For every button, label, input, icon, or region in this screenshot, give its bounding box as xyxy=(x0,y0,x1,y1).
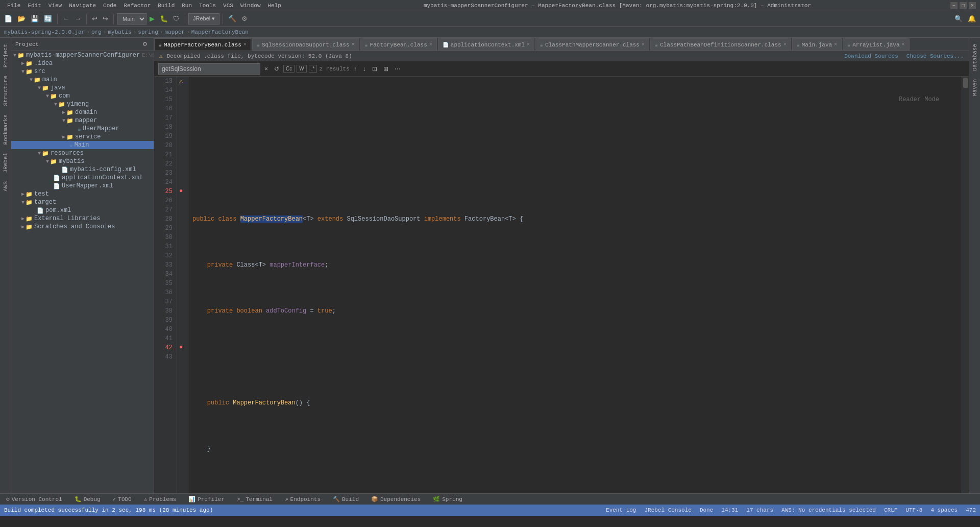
bottom-tab-spring[interactable]: 🌿 Spring xyxy=(427,494,469,505)
main-expand-arrow[interactable]: ▼ xyxy=(30,77,33,83)
run-menu[interactable]: Run xyxy=(179,3,195,9)
bottom-tab-todo[interactable]: ✓ TODO xyxy=(107,494,138,505)
status-aws[interactable]: AWS: No credentials selected xyxy=(781,507,876,513)
bottom-tab-dependencies[interactable]: 📦 Dependencies xyxy=(365,494,427,505)
breadcrumb-class[interactable]: MapperFactoryBean xyxy=(191,29,249,35)
status-jrebel[interactable]: JRebel Console xyxy=(644,507,691,513)
download-sources-link[interactable]: Download Sources xyxy=(844,53,898,59)
tab-sqlsessiondaosupport[interactable]: ☕ SqlSessionDaoSupport.class × xyxy=(252,38,359,51)
refactor-menu[interactable]: Refactor xyxy=(120,3,154,9)
vcs-menu[interactable]: VCS xyxy=(220,3,236,9)
run-button[interactable]: ▶ xyxy=(148,14,157,23)
breadcrumb-mybatis[interactable]: mybatis xyxy=(108,29,131,35)
search-close-button[interactable]: × xyxy=(262,64,270,74)
target-expand-arrow[interactable]: ▼ xyxy=(21,200,24,205)
jrebel-button[interactable]: JRebel ▾ xyxy=(188,13,219,25)
tree-service[interactable]: ▶ 📁 service xyxy=(11,133,154,141)
mybatis-folder-expand-arrow[interactable]: ▼ xyxy=(46,159,49,164)
breadcrumb-project[interactable]: mybatis-spring-2.0.0.jar xyxy=(4,29,85,35)
new-file-button[interactable]: 📄 xyxy=(2,14,14,23)
close-button[interactable]: × xyxy=(969,2,976,9)
tab-close-classpathscanner[interactable]: × xyxy=(642,42,645,47)
editor-scrollbar[interactable] xyxy=(962,77,969,493)
tab-close-sqlsession[interactable]: × xyxy=(352,42,355,47)
tab-close-appcontext[interactable]: × xyxy=(527,42,530,47)
tree-domain[interactable]: ▶ 📁 domain xyxy=(11,108,154,116)
open-button[interactable]: 📂 xyxy=(15,14,28,23)
status-charset[interactable]: UTF-8 xyxy=(905,507,922,513)
tab-close-mapperfactorybean[interactable]: × xyxy=(243,42,247,47)
bottom-tab-endpoints[interactable]: ↗ Endpoints xyxy=(279,494,327,505)
tree-target[interactable]: ▼ 📁 target xyxy=(11,198,154,206)
mapper-expand-arrow[interactable]: ▼ xyxy=(62,118,65,124)
structure-side-tab[interactable]: Structure xyxy=(1,71,10,110)
tools-menu[interactable]: Tools xyxy=(196,3,219,9)
yimeng-expand-arrow[interactable]: ▼ xyxy=(54,102,57,107)
scratches-expand-arrow[interactable]: ▶ xyxy=(21,224,24,230)
match-word-button[interactable]: W xyxy=(297,65,306,73)
bottom-tab-profiler[interactable]: 📊 Profiler xyxy=(182,494,231,505)
options-button[interactable]: ⋯ xyxy=(393,64,403,74)
regex-button[interactable]: .* xyxy=(309,65,317,73)
breadcrumb-mapper[interactable]: mapper xyxy=(165,29,185,35)
tree-external-libs[interactable]: ▶ 📁 External Libraries xyxy=(11,214,154,223)
tree-usermapper[interactable]: ☕ UserMapper xyxy=(11,125,154,133)
tab-close-arraylist[interactable]: × xyxy=(902,42,905,47)
tab-close-main-java[interactable]: × xyxy=(834,42,837,47)
tree-src[interactable]: ▼ 📁 src xyxy=(11,67,154,76)
breadcrumb-spring[interactable]: spring xyxy=(138,29,158,35)
database-side-tab[interactable]: Database xyxy=(970,40,979,75)
com-expand-arrow[interactable]: ▼ xyxy=(46,93,49,99)
tab-mapperfactorybean[interactable]: ☕ MapperFactoryBean.class × xyxy=(154,38,251,51)
sync-button[interactable]: 🔄 xyxy=(42,14,54,23)
external-libs-expand-arrow[interactable]: ▶ xyxy=(21,215,24,222)
jrebel-side-tab[interactable]: JRebel xyxy=(1,149,10,177)
tree-main-class[interactable]: ☕ Main xyxy=(11,141,154,149)
window-controls[interactable]: − □ × xyxy=(950,2,976,9)
prev-match-button[interactable]: ↑ xyxy=(352,64,359,74)
redo-button[interactable]: ↪ xyxy=(101,14,110,23)
idea-expand-arrow[interactable]: ▶ xyxy=(21,60,24,66)
search-input[interactable] xyxy=(158,63,260,75)
tab-factorybean[interactable]: ☕ FactoryBean.class × xyxy=(360,38,437,51)
tree-mapper[interactable]: ▼ 📁 mapper xyxy=(11,116,154,125)
breadcrumb-org[interactable]: org xyxy=(91,29,102,35)
tree-com[interactable]: ▼ 📁 com xyxy=(11,92,154,100)
service-expand-arrow[interactable]: ▶ xyxy=(62,134,65,140)
window-menu[interactable]: Window xyxy=(237,3,264,9)
tree-appcontext[interactable]: 📄 applicationContext.xml xyxy=(11,174,154,182)
bottom-tab-debug[interactable]: 🐛 Debug xyxy=(68,494,107,505)
forward-button[interactable]: → xyxy=(72,14,83,23)
match-case-button[interactable]: Cc xyxy=(283,65,295,73)
notifications-button[interactable]: 🔔 xyxy=(966,14,978,23)
code-content[interactable]: Reader Mode public class MapperFactoryBe… xyxy=(188,77,962,493)
search-prev-button[interactable]: ↺ xyxy=(272,64,281,74)
maximize-button[interactable]: □ xyxy=(960,2,967,9)
bottom-tab-version-control[interactable]: ⚙ Version Control xyxy=(0,494,68,505)
status-indent[interactable]: 4 spaces xyxy=(930,507,958,513)
tree-idea[interactable]: ▶ 📁 .idea xyxy=(11,59,154,67)
tree-java[interactable]: ▼ 📁 java xyxy=(11,84,154,92)
resources-expand-arrow[interactable]: ▼ xyxy=(38,151,41,156)
bottom-tab-build[interactable]: 🔨 Build xyxy=(327,494,365,505)
tree-mybatis-folder[interactable]: ▼ 📁 mybatis xyxy=(11,157,154,165)
maven-side-tab[interactable]: Maven xyxy=(970,75,979,100)
tree-pom[interactable]: 📄 pom.xml xyxy=(11,206,154,214)
status-event-log[interactable]: Event Log xyxy=(606,507,636,513)
build-menu[interactable]: Build xyxy=(155,3,178,9)
find-all-button[interactable]: ⊡ xyxy=(370,64,379,74)
tree-resources[interactable]: ▼ 📁 resources xyxy=(11,149,154,157)
tree-scratches[interactable]: ▶ 📁 Scratches and Consoles xyxy=(11,223,154,231)
tree-usermapper-xml[interactable]: 📄 UserMapper.xml xyxy=(11,182,154,190)
minimize-button[interactable]: − xyxy=(950,2,958,9)
navigate-menu[interactable]: Navigate xyxy=(66,3,99,9)
save-button[interactable]: 💾 xyxy=(29,14,41,23)
scrollbar-thumb[interactable] xyxy=(963,78,968,88)
back-button[interactable]: ← xyxy=(61,14,71,23)
settings-button[interactable]: ⚙ xyxy=(239,14,250,23)
status-encoding[interactable]: CRLF xyxy=(884,507,897,513)
tab-close-classpathbeandef[interactable]: × xyxy=(783,42,787,47)
next-match-button[interactable]: ↓ xyxy=(361,64,368,74)
code-menu[interactable]: Code xyxy=(100,3,119,9)
project-side-tab[interactable]: Project xyxy=(1,40,10,71)
